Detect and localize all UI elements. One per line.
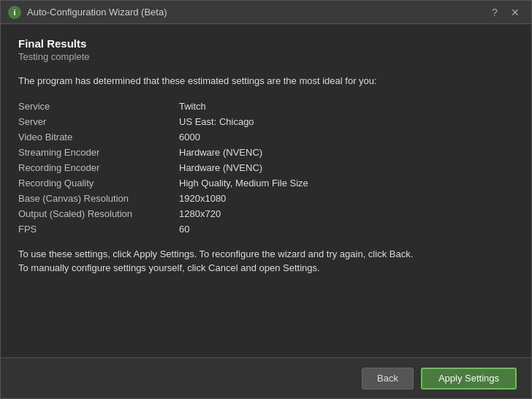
back-button[interactable]: Back	[362, 368, 414, 390]
setting-label: Service	[18, 99, 179, 114]
settings-row: Recording QualityHigh Quality, Medium Fi…	[18, 175, 514, 191]
setting-label: Base (Canvas) Resolution	[18, 191, 179, 206]
settings-row: Video Bitrate6000	[18, 129, 514, 145]
setting-label: Recording Quality	[18, 175, 179, 191]
settings-row: Streaming EncoderHardware (NVENC)	[18, 145, 514, 160]
help-button[interactable]: ?	[486, 5, 503, 20]
setting-value: Twitch	[179, 99, 514, 114]
settings-row: ServerUS East: Chicago	[18, 114, 514, 129]
close-button[interactable]: ✕	[506, 5, 524, 20]
setting-value: Hardware (NVENC)	[179, 160, 514, 175]
footer-text: To use these settings, click Apply Setti…	[18, 247, 514, 276]
title-bar: i Auto-Configuration Wizard (Beta) ? ✕	[1, 1, 531, 24]
setting-label: Server	[18, 114, 179, 129]
setting-label: Output (Scaled) Resolution	[18, 206, 179, 221]
section-subtitle: Testing complete	[18, 51, 514, 62]
settings-row: Output (Scaled) Resolution1280x720	[18, 206, 514, 221]
settings-row: Recording EncoderHardware (NVENC)	[18, 160, 514, 175]
window: i Auto-Configuration Wizard (Beta) ? ✕ F…	[0, 0, 532, 399]
settings-row: FPS60	[18, 221, 514, 237]
settings-table: ServiceTwitchServerUS East: ChicagoVideo…	[18, 99, 514, 237]
app-icon: i	[8, 6, 21, 19]
setting-value: 60	[179, 221, 514, 237]
setting-value: 1280x720	[179, 206, 514, 221]
setting-value: High Quality, Medium File Size	[179, 175, 514, 191]
section-title: Final Results	[18, 37, 514, 50]
setting-label: Recording Encoder	[18, 160, 179, 175]
apply-settings-button[interactable]: Apply Settings	[421, 368, 517, 390]
setting-label: FPS	[18, 221, 179, 237]
setting-label: Streaming Encoder	[18, 145, 179, 160]
window-title: Auto-Configuration Wizard (Beta)	[27, 7, 486, 18]
setting-value: US East: Chicago	[179, 114, 514, 129]
settings-row: ServiceTwitch	[18, 99, 514, 114]
setting-label: Video Bitrate	[18, 129, 179, 145]
setting-value: Hardware (NVENC)	[179, 145, 514, 160]
main-content: Final Results Testing complete The progr…	[1, 24, 531, 357]
settings-row: Base (Canvas) Resolution1920x1080	[18, 191, 514, 206]
description-text: The program has determined that these es…	[18, 74, 514, 88]
setting-value: 1920x1080	[179, 191, 514, 206]
window-controls: ? ✕	[486, 5, 524, 20]
setting-value: 6000	[179, 129, 514, 145]
button-bar: Back Apply Settings	[1, 357, 531, 398]
